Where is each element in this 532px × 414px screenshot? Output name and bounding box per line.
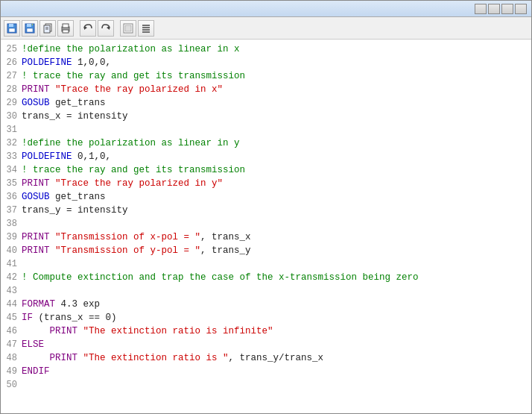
token-string: "The extinction ratio is " <box>83 353 229 363</box>
token-comment: !define the polarization as linear in y <box>22 138 240 148</box>
save-button[interactable] <box>4 20 20 37</box>
code-editor[interactable]: 25!define the polarization as linear in … <box>1 40 531 413</box>
code-line: 37trans_y = intensity <box>1 204 531 217</box>
line-number: 50 <box>1 378 22 392</box>
token-string: "Transmission of x-pol = " <box>55 232 200 242</box>
main-window: * <box>0 0 532 414</box>
code-line: 36GOSUB get_trans <box>1 190 531 204</box>
svg-rect-17 <box>125 25 131 31</box>
save-as-button[interactable]: * <box>22 20 38 37</box>
dropdown-button[interactable] <box>475 4 487 14</box>
code-line: 28PRINT "Trace the ray polarized in x" <box>1 83 531 96</box>
svg-rect-5 <box>27 28 33 32</box>
line-number: 30 <box>1 110 22 123</box>
code-line: 39PRINT "Transmission of x-pol = ", tran… <box>1 230 531 244</box>
token-plain: , trans_y/trans_x <box>229 353 324 363</box>
line-number: 25 <box>1 43 22 56</box>
line-number: 35 <box>1 177 22 190</box>
token-plain: 4.3 exp <box>55 299 100 310</box>
token-blue: POLDEFINE <box>22 57 72 68</box>
code-line: 42! Compute extinction and trap the case… <box>1 271 531 284</box>
token-string: "The extinction ratio is infinite" <box>83 326 273 336</box>
title-bar <box>1 1 531 17</box>
line-number: 36 <box>1 190 22 204</box>
line-number: 38 <box>1 217 22 230</box>
code-line: 48 PRINT "The extinction ratio is ", tra… <box>1 351 531 365</box>
list-button[interactable] <box>138 20 154 37</box>
svg-rect-2 <box>9 28 15 32</box>
code-line: 32!define the polarization as linear in … <box>1 137 531 150</box>
macro-button[interactable] <box>120 20 136 37</box>
svg-marker-14 <box>84 26 87 30</box>
copy-button[interactable] <box>39 20 56 37</box>
token-plain: , trans_y <box>200 245 251 256</box>
toolbar: * <box>1 17 531 40</box>
token-purple: PRINT <box>22 232 50 242</box>
token-purple: ENDIF <box>22 366 50 377</box>
svg-marker-15 <box>107 26 110 30</box>
line-number: 39 <box>1 230 22 244</box>
token-plain: get_trans <box>50 98 106 108</box>
code-line: 41 <box>1 257 531 271</box>
line-content: GOSUB get_trans <box>22 190 106 204</box>
code-line: 31 <box>1 123 531 137</box>
line-content: PRINT "The extinction ratio is ", trans_… <box>22 351 323 365</box>
token-blue: GOSUB <box>22 98 50 108</box>
token-purple: PRINT <box>50 353 78 363</box>
token-purple: PRINT <box>50 326 78 336</box>
token-plain: (trans_x == 0) <box>33 313 117 323</box>
line-content: POLDEFINE 0,1,0, <box>22 150 111 163</box>
token-plain: trans_y = intensity <box>22 205 128 216</box>
token-plain: 0,1,0, <box>72 151 112 162</box>
line-content: trans_y = intensity <box>22 204 128 217</box>
code-line: 33POLDEFINE 0,1,0, <box>1 150 531 163</box>
token-blue: POLDEFINE <box>22 151 72 162</box>
token-plain <box>50 84 56 95</box>
token-comment: ! trace the ray and get its transmission <box>22 165 245 175</box>
token-comment: !define the polarization as linear in x <box>22 44 240 54</box>
line-number: 42 <box>1 271 22 284</box>
line-content: ELSE <box>22 338 44 351</box>
line-number: 41 <box>1 257 22 271</box>
code-line: 26POLDEFINE 1,0,0, <box>1 56 531 69</box>
token-string: "Trace the ray polarized in y" <box>55 178 223 189</box>
code-line: 30trans_x = intensity <box>1 110 531 123</box>
line-content: PRINT "Transmission of y-pol = ", trans_… <box>22 244 251 257</box>
token-purple: FORMAT <box>22 299 55 310</box>
svg-rect-12 <box>63 24 69 28</box>
token-string: "Transmission of y-pol = " <box>55 245 200 256</box>
token-purple: IF <box>22 313 33 323</box>
line-number: 45 <box>1 311 22 324</box>
code-line: 49ENDIF <box>1 365 531 378</box>
code-line: 40PRINT "Transmission of y-pol = ", tran… <box>1 244 531 257</box>
undo-button[interactable] <box>80 20 96 37</box>
minimize-button[interactable] <box>488 4 500 14</box>
line-number: 40 <box>1 244 22 257</box>
token-plain: , trans_x <box>200 232 251 242</box>
maximize-button[interactable] <box>501 4 513 14</box>
line-number: 46 <box>1 324 22 338</box>
token-plain <box>77 353 83 363</box>
title-bar-controls <box>475 4 527 14</box>
token-purple: ELSE <box>22 339 44 350</box>
token-comment: ! trace the ray and get its transmission <box>22 71 245 81</box>
token-purple: PRINT <box>22 84 50 95</box>
line-content: GOSUB get_trans <box>22 96 106 110</box>
line-content: ENDIF <box>22 365 50 378</box>
token-plain <box>50 178 56 189</box>
print-button[interactable] <box>57 20 74 37</box>
code-line: 47ELSE <box>1 338 531 351</box>
code-line: 27! trace the ray and get its transmissi… <box>1 69 531 83</box>
token-plain <box>22 353 50 363</box>
line-content: ! trace the ray and get its transmission <box>22 69 245 83</box>
code-line: 44FORMAT 4.3 exp <box>1 298 531 311</box>
line-content: !define the polarization as linear in x <box>22 43 240 56</box>
token-string: "Trace the ray polarized in x" <box>55 84 223 95</box>
svg-text:*: * <box>31 24 34 28</box>
line-content: trans_x = intensity <box>22 110 128 123</box>
code-line: 45IF (trans_x == 0) <box>1 311 531 324</box>
redo-button[interactable] <box>98 20 114 37</box>
line-number: 31 <box>1 123 22 137</box>
token-plain: 1,0,0, <box>72 57 112 68</box>
close-button[interactable] <box>515 4 527 14</box>
